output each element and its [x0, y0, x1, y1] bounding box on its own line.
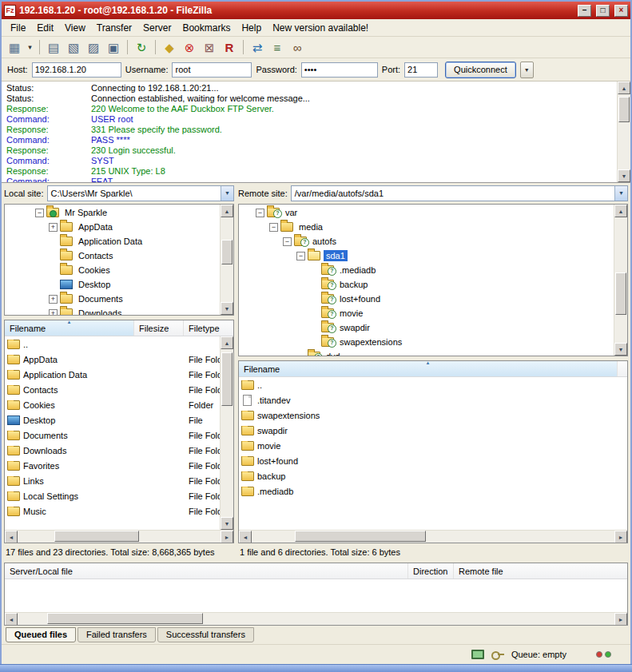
local-tree-scrollbar[interactable]: ▲ ▼ — [220, 205, 233, 315]
scroll-track[interactable] — [18, 613, 614, 625]
scroll-down-button[interactable]: ▼ — [618, 169, 630, 182]
tree-item[interactable]: − media — [239, 220, 614, 234]
disconnect-button[interactable]: ⊠ — [200, 38, 219, 56]
local-list-scrollbar[interactable]: ▲ ▼ — [220, 336, 233, 530]
process-queue-button[interactable]: ◆ — [160, 38, 179, 56]
combo-dropdown-button[interactable]: ▼ — [221, 186, 233, 201]
file-row[interactable]: Desktop File — [5, 412, 220, 427]
tab-queued-files[interactable]: Queued files — [6, 627, 76, 642]
tree-item[interactable]: swapdir — [239, 320, 614, 335]
menu-file[interactable]: File — [5, 21, 31, 35]
column-header-remote-file[interactable]: Remote file — [454, 563, 627, 579]
menu-bookmarks[interactable]: Bookmarks — [177, 21, 236, 35]
scroll-thumb[interactable] — [618, 97, 630, 122]
file-row[interactable]: .titandev — [239, 392, 627, 408]
scroll-right-button[interactable]: ► — [614, 531, 627, 543]
tab-successful-transfers[interactable]: Successful transfers — [157, 627, 254, 642]
toggle-queue-button[interactable]: ▣ — [104, 38, 123, 56]
remote-list-hscrollbar[interactable]: ◄ ► — [239, 530, 627, 543]
scroll-up-button[interactable]: ▲ — [221, 336, 233, 349]
close-button[interactable]: × — [614, 5, 628, 17]
file-row[interactable]: .. — [5, 336, 220, 352]
scroll-up-button[interactable]: ▲ — [618, 82, 630, 94]
toggle-local-tree-button[interactable]: ▧ — [64, 38, 83, 56]
file-row[interactable]: Cookies Folder — [5, 397, 220, 412]
tree-item[interactable]: movie — [239, 306, 614, 320]
toggle-message-log-button[interactable]: ▤ — [44, 38, 63, 56]
scroll-thumb[interactable] — [221, 352, 233, 406]
scroll-down-button[interactable]: ▼ — [614, 343, 627, 356]
scroll-left-button[interactable]: ◄ — [5, 531, 18, 543]
scroll-up-button[interactable]: ▲ — [614, 205, 627, 217]
tree-item[interactable]: − var — [239, 205, 614, 220]
tree-item[interactable]: Application Data — [5, 234, 220, 249]
local-path-combo[interactable]: C:\Users\Mr Sparkle\ ▼ — [47, 185, 234, 201]
scroll-track[interactable] — [18, 531, 221, 543]
tree-item[interactable]: + AppData — [5, 220, 220, 234]
combo-dropdown-button[interactable]: ▼ — [614, 186, 627, 201]
directory-comparison-button[interactable]: ⇄ — [248, 38, 267, 56]
tree-item[interactable]: + Documents — [5, 292, 220, 306]
menu-server[interactable]: Server — [137, 21, 177, 35]
file-row[interactable]: backup — [239, 468, 627, 483]
scroll-thumb[interactable] — [54, 531, 140, 542]
reconnect-button[interactable]: R — [220, 38, 239, 56]
username-input[interactable] — [172, 62, 252, 78]
tree-item[interactable]: Desktop — [5, 277, 220, 292]
menu-transfer[interactable]: Transfer — [91, 21, 137, 35]
scroll-up-button[interactable]: ▲ — [221, 205, 233, 217]
column-header-filesize[interactable]: Filesize — [134, 320, 184, 336]
quickconnect-dropdown[interactable]: ▼ — [520, 62, 534, 78]
toggle-remote-tree-button[interactable]: ▨ — [84, 38, 103, 56]
scroll-left-button[interactable]: ◄ — [5, 613, 18, 626]
scroll-down-button[interactable]: ▼ — [221, 517, 233, 530]
scroll-right-button[interactable]: ► — [614, 613, 627, 626]
column-header-filename[interactable]: ▲Filename — [5, 320, 134, 336]
file-row[interactable]: swapextensions — [239, 408, 627, 423]
title-bar[interactable]: Fz 192.168.1.20 - root@192.168.1.20 - Fi… — [2, 2, 630, 19]
find-files-button[interactable]: ∞ — [288, 38, 307, 56]
file-row[interactable]: movie — [239, 438, 627, 453]
scroll-thumb[interactable] — [615, 272, 626, 315]
scroll-track[interactable] — [252, 531, 614, 543]
tree-item[interactable]: Cookies — [5, 263, 220, 277]
site-manager-dropdown[interactable]: ▾ — [25, 38, 35, 56]
tree-expander[interactable]: − — [256, 209, 264, 217]
column-header-direction[interactable]: Direction — [408, 563, 454, 579]
column-header-filetype[interactable]: Filetype — [184, 320, 233, 336]
tree-item[interactable]: backup — [239, 277, 614, 292]
host-input[interactable] — [32, 62, 121, 78]
tree-item[interactable]: Contacts — [5, 249, 220, 263]
file-row[interactable]: .mediadb — [239, 483, 627, 499]
file-row[interactable]: lost+found — [239, 453, 627, 468]
scroll-thumb[interactable] — [221, 240, 233, 265]
file-row[interactable]: Favorites File Folder — [5, 458, 220, 473]
tree-expander[interactable]: + — [49, 223, 58, 232]
scroll-thumb[interactable] — [47, 613, 202, 624]
column-header-local-file[interactable]: Server/Local file — [5, 563, 408, 579]
scroll-track[interactable] — [221, 349, 233, 517]
synchronized-browsing-button[interactable]: ≡ — [268, 38, 287, 56]
menu-new-version[interactable]: New version available! — [267, 21, 374, 35]
tree-item[interactable]: .mediadb — [239, 263, 614, 277]
tree-expander[interactable]: − — [269, 223, 278, 232]
menu-help[interactable]: Help — [236, 21, 267, 35]
local-list-hscrollbar[interactable]: ◄ ► — [5, 530, 233, 543]
tree-expander[interactable]: + — [49, 309, 58, 316]
file-row[interactable]: swapdir — [239, 423, 627, 438]
file-row[interactable]: Links File Folder — [5, 473, 220, 488]
log-scrollbar[interactable]: ▲ ▼ — [617, 82, 630, 182]
file-row[interactable]: Contacts File Folder — [5, 382, 220, 397]
tree-item[interactable]: + Downloads — [5, 306, 220, 315]
scroll-thumb[interactable] — [295, 531, 425, 542]
quickconnect-button[interactable]: Quickconnect — [445, 62, 516, 78]
site-manager-button[interactable]: ▦ — [5, 38, 24, 56]
maximize-button[interactable]: □ — [596, 5, 610, 17]
tree-item[interactable]: − autofs — [239, 234, 614, 249]
scroll-track[interactable] — [221, 217, 233, 302]
file-row[interactable]: AppData File Folder — [5, 352, 220, 367]
file-row[interactable]: Application Data File Folder — [5, 367, 220, 382]
remote-path-combo[interactable]: /var/media/autofs/sda1 ▼ — [291, 185, 628, 201]
tree-item[interactable]: − Mr Sparkle — [5, 205, 220, 220]
tree-expander[interactable]: − — [296, 252, 305, 260]
